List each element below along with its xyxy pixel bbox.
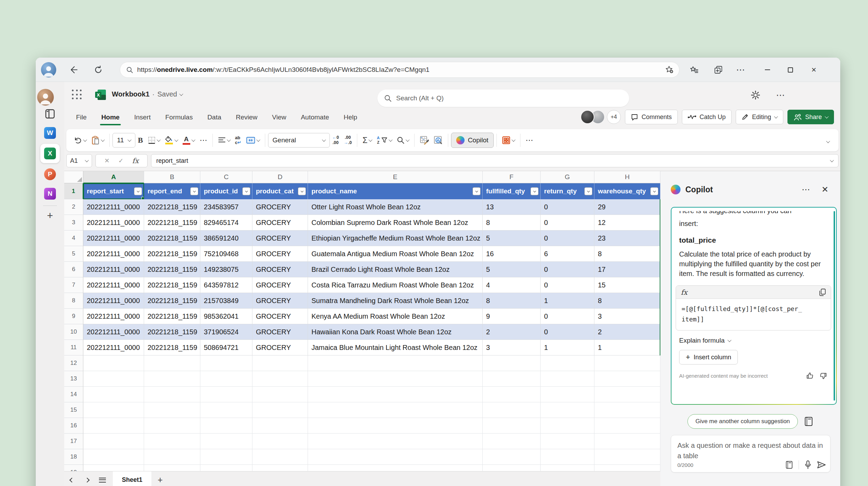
cell-A10[interactable]: 202212111_0000	[83, 324, 144, 340]
cell-H4[interactable]: 23	[594, 231, 660, 246]
cell-B5[interactable]: 20221218_1159	[144, 246, 200, 262]
cell-G15[interactable]	[541, 402, 594, 418]
cell-B7[interactable]: 20221218_1159	[144, 277, 200, 293]
insert-function-icon[interactable]: fx	[132, 157, 139, 165]
cell-B6[interactable]: 20221218_1159	[144, 262, 200, 277]
cell-E5[interactable]: Guatemala Antigua Medium Roast Whole Bea…	[308, 246, 483, 262]
cell-D19[interactable]	[252, 465, 308, 471]
cell-F13[interactable]	[483, 371, 541, 387]
cell-G19[interactable]	[541, 465, 594, 471]
app-more-options-icon[interactable]: ⋯	[774, 89, 787, 101]
sort-filter-button[interactable]: AZ	[374, 132, 394, 148]
editing-mode-button[interactable]: Editing	[736, 110, 783, 124]
tab-review[interactable]: Review	[235, 111, 258, 123]
cell-G6[interactable]: 0	[541, 262, 594, 277]
confirm-entry-icon[interactable]: ✓	[118, 157, 124, 165]
paste-button[interactable]	[89, 132, 107, 148]
cell-H19[interactable]	[594, 465, 660, 471]
name-box[interactable]: A1	[66, 154, 92, 167]
collaborator-avatar[interactable]	[581, 110, 594, 124]
filter-dropdown-icon[interactable]	[190, 187, 198, 195]
cell-H13[interactable]	[594, 371, 660, 387]
tab-home[interactable]: Home	[101, 111, 120, 123]
cell-H12[interactable]	[594, 355, 660, 371]
word-app-icon[interactable]: W	[36, 127, 64, 139]
cell-C9[interactable]: 985362041	[200, 309, 252, 324]
onenote-app-icon[interactable]: N	[36, 188, 64, 200]
settings-gear-icon[interactable]	[749, 89, 762, 101]
cell-B3[interactable]: 20221218_1159	[144, 215, 200, 231]
cell-D6[interactable]: GROCERY	[252, 262, 308, 277]
cell-B16[interactable]	[144, 418, 200, 434]
add-sheet-button[interactable]: +	[158, 475, 163, 485]
search-input[interactable]: Search (Alt + Q)	[377, 90, 629, 107]
row-header-6[interactable]: 6	[64, 262, 83, 277]
cell-H10[interactable]: 2	[594, 324, 660, 340]
card-scrollbar[interactable]	[834, 211, 835, 401]
suggestion-pill-button[interactable]: Give me another column suggestion	[687, 414, 798, 429]
cell-A12[interactable]	[83, 355, 144, 371]
tab-automate[interactable]: Automate	[300, 111, 329, 123]
cell-B13[interactable]	[144, 371, 200, 387]
cell-F3[interactable]: 8	[483, 215, 541, 231]
cell-F7[interactable]: 4	[483, 277, 541, 293]
bold-button[interactable]: B	[135, 132, 145, 148]
tab-file[interactable]: File	[75, 111, 87, 123]
row-header-9[interactable]: 9	[64, 309, 83, 324]
font-size-select[interactable]: 11	[112, 133, 135, 148]
ribbon-more-options[interactable]: ⋯	[523, 132, 536, 148]
cell-H8[interactable]: 8	[594, 293, 660, 309]
favorites-icon[interactable]	[688, 65, 700, 75]
filter-dropdown-icon[interactable]	[584, 187, 592, 195]
cell-F10[interactable]: 2	[483, 324, 541, 340]
all-sheets-icon[interactable]	[95, 478, 110, 483]
cell-G5[interactable]: 6	[541, 246, 594, 262]
cell-B4[interactable]: 20221218_1159	[144, 231, 200, 246]
cell-A4[interactable]: 202212111_0000	[83, 231, 144, 246]
tab-view[interactable]: View	[272, 111, 287, 123]
cell-E8[interactable]: Sumatra Mandheling Dark Roast Whole Bean…	[308, 293, 483, 309]
cell-G14[interactable]	[541, 387, 594, 402]
cell-D8[interactable]: GROCERY	[252, 293, 308, 309]
cell-D16[interactable]	[252, 418, 308, 434]
cell-H6[interactable]: 17	[594, 262, 660, 277]
cell-H15[interactable]	[594, 402, 660, 418]
close-button[interactable]: ×	[809, 65, 819, 74]
table-header-cell-product_cat[interactable]: product_cat	[252, 183, 308, 199]
cell-H3[interactable]: 12	[594, 215, 660, 231]
cell-A9[interactable]: 202212111_0000	[83, 309, 144, 324]
minimize-button[interactable]	[762, 65, 773, 74]
collaborator-avatars[interactable]: +4	[581, 110, 621, 124]
cell-C15[interactable]	[200, 402, 252, 418]
cell-F6[interactable]: 5	[483, 262, 541, 277]
cell-B12[interactable]	[144, 355, 200, 371]
row-header-19[interactable]: 19	[64, 465, 83, 471]
cell-G8[interactable]: 1	[541, 293, 594, 309]
table-header-cell-report_start[interactable]: report_start	[83, 183, 144, 199]
table-header-cell-fullfilled_qty[interactable]: fullfilled_qty	[483, 183, 541, 199]
copilot-input-box[interactable]: Ask a question or make a request about d…	[671, 435, 831, 472]
cell-B9[interactable]: 20221218_1159	[144, 309, 200, 324]
cell-C8[interactable]: 215703849	[200, 293, 252, 309]
cell-E6[interactable]: Brazil Cerrado Light Roast Whole Bean 12…	[308, 262, 483, 277]
collapse-ribbon-icon[interactable]	[827, 138, 829, 144]
app-launcher-icon[interactable]	[72, 90, 82, 100]
cell-D5[interactable]: GROCERY	[252, 246, 308, 262]
column-header-D[interactable]: D	[252, 171, 308, 183]
copilot-toggle-button[interactable]: Copilot	[451, 133, 493, 148]
number-format-select[interactable]: General	[268, 133, 330, 148]
column-header-B[interactable]: B	[144, 171, 200, 183]
filter-dropdown-icon[interactable]	[473, 187, 481, 195]
comments-button[interactable]: Comments	[625, 110, 678, 124]
cell-C16[interactable]	[200, 418, 252, 434]
cell-F2[interactable]: 13	[483, 199, 541, 215]
cell-G10[interactable]: 0	[541, 324, 594, 340]
copy-formula-icon[interactable]	[819, 288, 826, 296]
cell-F16[interactable]	[483, 418, 541, 434]
back-button[interactable]	[67, 64, 80, 76]
cell-H18[interactable]	[594, 449, 660, 465]
tab-formulas[interactable]: Formulas	[165, 111, 193, 123]
filter-dropdown-icon[interactable]	[134, 187, 142, 195]
thumbs-down-icon[interactable]	[820, 372, 827, 379]
prev-sheet-icon[interactable]	[64, 478, 80, 482]
